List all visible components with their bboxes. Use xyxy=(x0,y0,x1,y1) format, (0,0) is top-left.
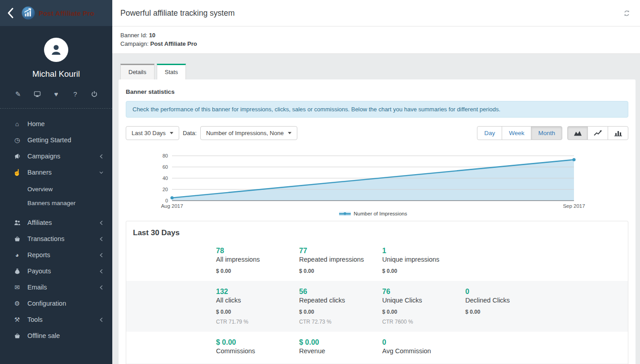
sidebar-item-label: Banners xyxy=(27,169,52,176)
sidebar-item-getting-started[interactable]: ◷Getting Started xyxy=(0,132,112,148)
sidebar-item-label: Offline sale xyxy=(27,332,60,339)
stat-cell-all-clicks: 132All clicks$ 0.00CTR 71.79 % xyxy=(216,287,299,325)
stat-label: All impressions xyxy=(216,255,299,264)
page-title: Powerful affiliate tracking system xyxy=(120,9,235,18)
chevron-left-icon xyxy=(99,269,103,274)
quick-actions: ✎♥? xyxy=(0,79,112,109)
stat-money: $ 0.00 xyxy=(216,309,299,315)
stat-value: 1 xyxy=(382,246,465,255)
right-controls: Day Week Month xyxy=(477,126,628,140)
chart-area-button[interactable] xyxy=(567,126,588,140)
sidebar-item-label: Reports xyxy=(27,251,50,259)
section-heading: Banner statistics xyxy=(126,88,628,95)
sidebar-item-tools[interactable]: ⚒Tools xyxy=(0,311,112,328)
stat-value: 0 xyxy=(382,338,465,347)
stat-label: Commissions xyxy=(216,347,299,355)
sidebar-item-label: Payouts xyxy=(27,268,51,275)
stat-value: 132 xyxy=(216,287,299,296)
app-logo[interactable]: Post Affiliate Pro xyxy=(22,6,94,20)
row-gutter xyxy=(126,246,216,274)
stat-ctr: CTR 72.73 % xyxy=(299,319,382,325)
sidebar-item-overview[interactable]: Overview xyxy=(0,182,112,196)
row-gutter xyxy=(126,338,216,355)
back-button[interactable] xyxy=(6,7,14,19)
stat-label: Unique impressions xyxy=(382,255,465,264)
sidebar-item-configuration[interactable]: ⚙Configuration xyxy=(0,295,112,311)
user-profile: Michal Kouril xyxy=(0,26,112,79)
pencil-icon[interactable]: ✎ xyxy=(14,91,22,97)
granularity-group: Day Week Month xyxy=(477,126,562,140)
campaign-label: Campaign: xyxy=(120,40,149,47)
sidebar-item-label: Getting Started xyxy=(27,136,71,144)
sidebar-item-campaigns[interactable]: Campaigns xyxy=(0,148,112,164)
line-chart-icon xyxy=(594,130,602,136)
sidebar-item-emails[interactable]: ✉Emails xyxy=(0,279,112,295)
stat-value: $ 0.00 xyxy=(299,338,382,347)
month-button[interactable]: Month xyxy=(531,126,562,140)
day-button[interactable]: Day xyxy=(477,126,502,140)
monitor-icon[interactable] xyxy=(34,91,41,97)
legend-swatch-icon xyxy=(339,212,351,216)
stat-label: Unique Clicks xyxy=(382,296,465,305)
stat-money: $ 0.00 xyxy=(382,268,465,274)
top-header: Powerful affiliate tracking system xyxy=(112,0,640,26)
chevron-left-icon xyxy=(99,317,103,322)
stat-label: Repeated impressions xyxy=(299,255,382,264)
sidebar-item-reports[interactable]: ◕Reports xyxy=(0,247,112,263)
tools-icon: ⚒ xyxy=(13,316,22,323)
stat-cell-all-impressions: 78All impressions$ 0.00 xyxy=(216,246,299,274)
chart-line-button[interactable] xyxy=(587,126,608,140)
stopwatch-icon: ◷ xyxy=(13,136,22,144)
period-dropdown[interactable]: Last 30 Days xyxy=(126,126,179,140)
question-icon[interactable]: ? xyxy=(72,91,79,97)
stats-row: 132All clicks$ 0.00CTR 71.79 %56Repeated… xyxy=(126,281,628,332)
chart-legend: Number of Impressions xyxy=(172,211,574,216)
svg-text:60: 60 xyxy=(163,164,168,170)
campaign-line: Campaign: Post Affiliate Pro xyxy=(120,39,632,48)
tab-details[interactable]: Details xyxy=(120,64,154,79)
sidebar-item-banners[interactable]: ☝Banners xyxy=(0,164,112,180)
chevron-down-icon xyxy=(99,170,103,175)
sidebar: Post Affiliate Pro Michal Kouril ✎♥? ⌂Ho… xyxy=(0,0,112,364)
banner-id-label: Banner Id: xyxy=(120,32,147,39)
user-name: Michal Kouril xyxy=(0,69,112,79)
stats-row: $ 0.00Commissions$ 0.00Revenue0Avg Commi… xyxy=(126,332,628,362)
chevron-left-icon xyxy=(99,220,103,225)
sidebar-item-transactions[interactable]: Transactions xyxy=(0,231,112,247)
chart-bar-button[interactable] xyxy=(608,126,628,140)
main-area: Powerful affiliate tracking system Banne… xyxy=(112,0,640,364)
heart-pulse-icon[interactable]: ♥ xyxy=(53,91,60,97)
chevron-left-icon xyxy=(99,285,103,290)
stats-row: 78All impressions$ 0.0077Repeated impres… xyxy=(126,240,628,281)
data-dropdown[interactable]: Number of Impressions, None xyxy=(200,126,297,140)
stats-panel: Banner statistics Check the performance … xyxy=(119,79,636,364)
svg-text:20: 20 xyxy=(163,187,168,192)
refresh-icon xyxy=(623,10,630,17)
power-icon[interactable] xyxy=(91,91,98,97)
sidebar-item-payouts[interactable]: Payouts xyxy=(0,263,112,279)
impressions-chart: 020406080Aug 2017Sep 2017 Number of Impr… xyxy=(126,151,628,216)
svg-text:0: 0 xyxy=(165,198,168,203)
refresh-button[interactable] xyxy=(623,10,630,17)
stat-label: Avg Commission xyxy=(382,347,465,355)
envelope-icon: ✉ xyxy=(13,284,22,291)
tab-stats[interactable]: Stats xyxy=(157,64,186,79)
post-affiliate-pro-logo-icon xyxy=(22,6,35,20)
stat-cell-unique-impressions: 1Unique impressions$ 0.00 xyxy=(382,246,465,274)
stat-cell-repeated-clicks: 56Repeated clicks$ 0.00CTR 72.73 % xyxy=(299,287,382,325)
stat-money: $ 0.00 xyxy=(382,309,465,315)
sidebar-item-banners-manager[interactable]: Banners manager xyxy=(0,196,112,210)
data-dropdown-value: Number of Impressions, None xyxy=(206,130,284,136)
sidebar-item-label: Banners manager xyxy=(27,200,75,206)
avatar[interactable] xyxy=(44,38,68,62)
chart-type-group xyxy=(567,126,628,140)
week-button[interactable]: Week xyxy=(502,126,531,140)
sidebar-item-home[interactable]: ⌂Home xyxy=(0,116,112,132)
sidebar-item-affiliates[interactable]: Affiliates xyxy=(0,215,112,231)
sidebar-item-offline-sale[interactable]: Offline sale xyxy=(0,328,112,344)
stat-ctr: CTR 7600 % xyxy=(382,319,465,325)
stat-money: $ 0.00 xyxy=(299,268,382,274)
stat-cell-declined-clicks: 0Declined Clicks$ 0.00 xyxy=(465,287,628,325)
summary-card: Last 30 Days 78All impressions$ 0.0077Re… xyxy=(126,221,628,364)
stat-value: 76 xyxy=(382,287,465,296)
